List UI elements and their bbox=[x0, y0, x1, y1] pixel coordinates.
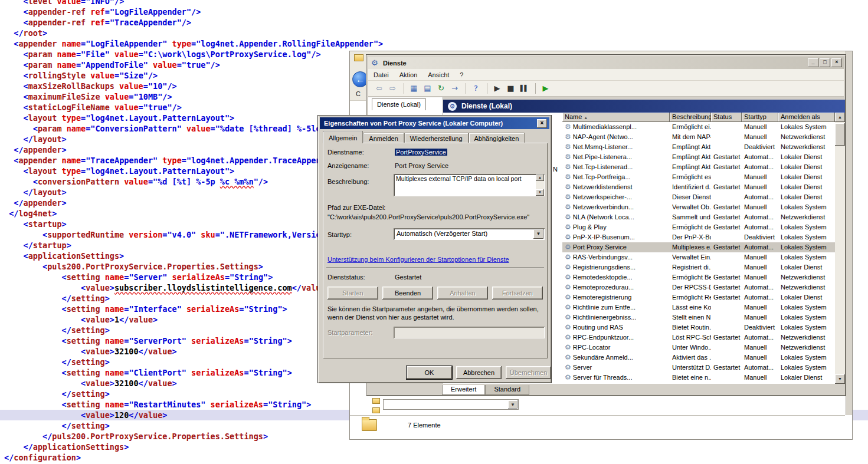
code-line[interactable]: </root> bbox=[0, 28, 868, 38]
menu-item[interactable]: Aktion bbox=[394, 70, 423, 80]
scroll-down-icon[interactable]: ▼ bbox=[835, 374, 845, 384]
service-description: Verwaltet Ein... bbox=[670, 252, 711, 262]
service-starttype: Manuell bbox=[742, 182, 778, 192]
service-name: Remoteprozedurau... bbox=[573, 282, 634, 292]
dropdown-arrow-icon[interactable]: ▼ bbox=[508, 400, 517, 409]
scroll-up-icon[interactable]: ▲ bbox=[835, 113, 845, 122]
view-tab-erweitert[interactable]: Erweitert bbox=[442, 385, 485, 395]
service-row[interactable]: ⚙Sekundäre Anmeld...Aktiviert das ...Man… bbox=[562, 353, 835, 363]
service-description: Dieser Dienst... bbox=[670, 192, 711, 202]
fortsetzen-button: Fortsetzen bbox=[492, 287, 543, 300]
back-icon[interactable]: ⇦ bbox=[373, 83, 385, 94]
refresh-icon[interactable]: ↻ bbox=[435, 83, 447, 94]
restart-service-icon[interactable]: ▶ bbox=[539, 83, 552, 94]
service-row[interactable]: ⚙Server für Threads...Bietet eine n...Ma… bbox=[562, 373, 835, 383]
abbrechen-button[interactable]: Abbrechen bbox=[456, 366, 502, 379]
service-row[interactable]: ⚙Netzwerkverbindun...Verwaltet Ob...Gest… bbox=[562, 202, 835, 212]
service-row[interactable]: ⚙NLA (Network Loca...Sammelt und ...Gest… bbox=[562, 212, 835, 222]
scroll-down-icon[interactable]: ▼ bbox=[536, 189, 544, 196]
maximize-button[interactable]: □ bbox=[820, 58, 830, 67]
view-tabs: ErweitertStandard bbox=[442, 385, 529, 395]
code-line[interactable]: </applicationSettings> bbox=[0, 442, 868, 452]
service-row[interactable]: ⚙ServerUnterstützt D...GestartetAutomat.… bbox=[562, 363, 835, 373]
service-gear-icon: ⚙ bbox=[565, 252, 571, 262]
service-row[interactable]: ⚙RAS-Verbindungsv...Verwaltet Ein...Manu… bbox=[562, 252, 835, 262]
service-row[interactable]: ⚙Net.Tcp-Portfreiga...Ermöglicht es...Ma… bbox=[562, 172, 835, 182]
dropdown-arrow-icon[interactable]: ▼ bbox=[533, 229, 543, 239]
beenden-button[interactable]: Beenden bbox=[382, 287, 433, 300]
service-description: Ermöglicht de... bbox=[670, 222, 711, 232]
service-status: Gestartet bbox=[711, 182, 742, 192]
start-service-icon[interactable]: ▶ bbox=[491, 83, 503, 94]
dialog-title: Eigenschaften von Port Proxy Service (Lo… bbox=[322, 120, 537, 127]
explorer-combobox[interactable]: ▼ bbox=[383, 399, 519, 410]
service-row[interactable]: ⚙NetzwerklistendienstIdentifiziert d...G… bbox=[562, 182, 835, 192]
service-row[interactable]: ⚙Multimediaklassenpl...Ermöglicht ei...M… bbox=[562, 122, 835, 132]
service-row[interactable]: ⚙RPC-LocatorUnter Windo...ManuellNetzwer… bbox=[562, 343, 835, 353]
console-window-icon[interactable]: ▦ bbox=[408, 83, 420, 94]
service-row[interactable]: ⚙Port Proxy ServiceMultiplexes e...Gesta… bbox=[562, 242, 835, 252]
code-line[interactable]: <appender-ref ref="TraceAppender"/> bbox=[0, 17, 868, 28]
service-row[interactable]: ⚙Remotedesktopdie...Ermöglicht Be...Gest… bbox=[562, 272, 835, 282]
code-line[interactable]: <appender-ref ref="LogFileAppender"/> bbox=[0, 6, 868, 17]
close-button[interactable]: × bbox=[831, 58, 842, 67]
code-line[interactable]: </configuration> bbox=[0, 452, 868, 463]
service-row[interactable]: ⚙Richtlinienergebniss...Stellt einen N..… bbox=[562, 312, 835, 323]
column-header-name[interactable]: Name▲ bbox=[562, 113, 670, 122]
tab-wiederherstellung[interactable]: Wiederherstellung bbox=[404, 133, 469, 143]
help-icon[interactable]: ? bbox=[470, 83, 482, 94]
startoptionen-help-link[interactable]: Unterstützung beim Konfigurieren der Sta… bbox=[327, 256, 509, 263]
column-header-beschreibung[interactable]: Beschreibung bbox=[670, 113, 711, 122]
service-status: Gestartet bbox=[711, 202, 742, 212]
service-row[interactable]: ⚙Registrierungsdiens...Registriert di...… bbox=[562, 262, 835, 272]
service-row[interactable]: ⚙Richtlinie zum Entfe...Lässt eine Ko...… bbox=[562, 302, 835, 312]
starttyp-combobox[interactable]: Automatisch (Verzögerter Start) ▼ bbox=[394, 228, 545, 240]
service-row[interactable]: ⚙Net.Msmq-Listener...Empfängt Akt...Deak… bbox=[562, 142, 835, 152]
code-line[interactable]: <appender name="LogFileAppender" type="l… bbox=[0, 38, 868, 49]
list-header: Name▲BeschreibungStatusStarttypAnmelden … bbox=[562, 113, 835, 122]
forward-icon[interactable]: ⇨ bbox=[386, 83, 399, 94]
vertical-scrollbar[interactable]: ▲ ▼ bbox=[835, 113, 845, 384]
tab-dienste-lokal[interactable]: Dienste (Lokal) bbox=[372, 98, 426, 110]
service-row[interactable]: ⚙RemoteregistrierungErmöglicht Re...Gest… bbox=[562, 292, 835, 302]
service-row[interactable]: ⚙PnP-X-IP-Busenum...Der PnP-X-Bu...Deakt… bbox=[562, 232, 835, 242]
column-header-anmelden-als[interactable]: Anmelden als bbox=[778, 113, 835, 122]
service-row[interactable]: ⚙Netzwerkspeicher-...Dieser Dienst...Aut… bbox=[562, 192, 835, 202]
service-row[interactable]: ⚙Remoteprozedurau...Der RPCSS-Di...Gesta… bbox=[562, 282, 835, 292]
column-header-status[interactable]: Status bbox=[711, 113, 742, 122]
export-list-icon[interactable]: ▤ bbox=[421, 83, 434, 94]
dialog-titlebar[interactable]: Eigenschaften von Port Proxy Service (Lo… bbox=[320, 117, 549, 129]
ok-button[interactable]: OK bbox=[407, 366, 452, 379]
service-row[interactable]: ⚙Net.Pipe-Listenera...Empfängt Akt...Ges… bbox=[562, 152, 835, 162]
view-tab-standard[interactable]: Standard bbox=[485, 385, 529, 395]
service-name: Plug & Play bbox=[573, 222, 607, 232]
export-icon[interactable]: → bbox=[448, 83, 461, 94]
scrollbar-thumb[interactable] bbox=[835, 123, 845, 146]
stop-service-icon[interactable]: ■ bbox=[505, 83, 517, 94]
textbox-scrollbar[interactable]: ▲ ▼ bbox=[536, 175, 544, 196]
service-row[interactable]: ⚙Routing und RASBietet Routin...Deaktivi… bbox=[562, 323, 835, 333]
minimize-button[interactable]: _ bbox=[808, 58, 818, 67]
service-name: Net.Tcp-Listenerad... bbox=[573, 162, 633, 172]
service-row[interactable]: ⚙NAP-Agent (Netwo...Mit dem NAP-...Manue… bbox=[562, 132, 835, 142]
code-line[interactable]: <level value="INFO"/> bbox=[0, 0, 868, 6]
scroll-up-icon[interactable]: ▲ bbox=[536, 175, 544, 181]
dienstname-value: PortProxyService bbox=[395, 149, 447, 156]
menu-item[interactable]: Ansicht bbox=[422, 70, 454, 80]
tab-abh-ngigkeiten[interactable]: Abhängigkeiten bbox=[469, 133, 525, 143]
column-header-starttyp[interactable]: Starttyp bbox=[742, 113, 778, 122]
tab-anmelden[interactable]: Anmelden bbox=[363, 133, 404, 143]
close-button[interactable]: × bbox=[537, 119, 547, 128]
pause-service-icon[interactable]: ▌▌ bbox=[518, 83, 530, 94]
service-row[interactable]: ⚙Plug & PlayErmöglicht de...GestartetAut… bbox=[562, 222, 835, 232]
tab-allgemein[interactable]: Allgemein bbox=[323, 131, 363, 143]
services-titlebar[interactable]: ⚙ Dienste _□× bbox=[368, 57, 844, 69]
beschreibung-textbox[interactable]: Multiplexes external TCP/IP data on loca… bbox=[394, 174, 545, 196]
startparameter-hint-1: Sie können die Startparameter angeben, d… bbox=[327, 305, 539, 312]
service-gear-icon: ⚙ bbox=[565, 192, 571, 202]
menu-item[interactable]: ? bbox=[454, 70, 469, 80]
menu-item[interactable]: Datei bbox=[368, 70, 394, 80]
service-row[interactable]: ⚙RPC-Endpunktzuor...Löst RPC-Sch...Gesta… bbox=[562, 333, 835, 343]
service-row[interactable]: ⚙Net.Tcp-Listenerad...Empfängt Akt...Ges… bbox=[562, 162, 835, 172]
service-name: RAS-Verbindungsv... bbox=[573, 252, 633, 262]
